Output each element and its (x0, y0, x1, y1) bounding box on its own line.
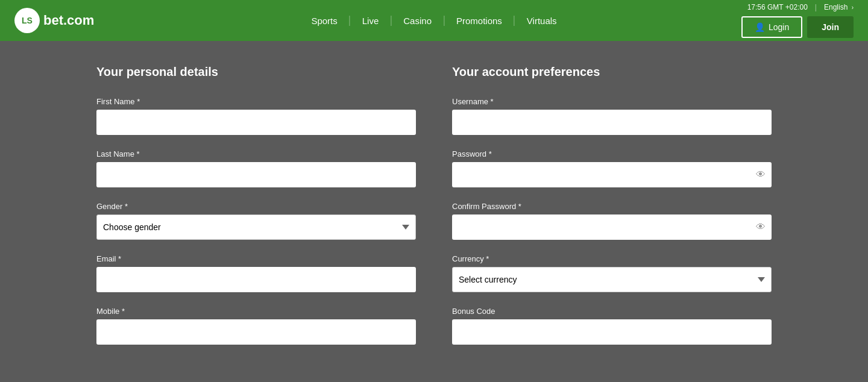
main-content: Your personal details First Name * Last … (0, 41, 868, 382)
password-visibility-icon[interactable]: 👁 (756, 169, 766, 180)
username-input[interactable] (452, 110, 772, 135)
bonus-code-group: Bonus Code (452, 307, 772, 345)
header: LS bet.com Sports Live Casino Promotions… (0, 0, 868, 41)
mobile-input[interactable] (96, 319, 416, 345)
logo-icon: LS (14, 8, 40, 33)
auth-buttons: 👤 Login Join (741, 16, 854, 38)
top-bar-info: 17:56 GMT +02:00 | English › (747, 3, 854, 11)
confirm-password-input[interactable] (452, 214, 772, 240)
password-group: Password * 👁 (452, 149, 772, 187)
mobile-label: Mobile * (96, 307, 416, 316)
main-nav: Sports Live Casino Promotions Virtuals (299, 16, 568, 26)
password-input[interactable] (452, 162, 772, 187)
password-label: Password * (452, 149, 772, 158)
nav-sports[interactable]: Sports (299, 16, 350, 26)
email-input[interactable] (96, 267, 416, 292)
gender-label: Gender * (96, 202, 416, 211)
first-name-label: First Name * (96, 97, 416, 106)
login-button[interactable]: 👤 Login (741, 16, 802, 38)
email-label: Email * (96, 254, 416, 263)
username-label: Username * (452, 97, 772, 106)
mobile-group: Mobile * (96, 307, 416, 345)
bonus-code-label: Bonus Code (452, 307, 772, 316)
email-group: Email * (96, 254, 416, 292)
personal-details-title: Your personal details (96, 65, 416, 79)
nav-casino[interactable]: Casino (391, 16, 444, 26)
join-button[interactable]: Join (807, 16, 854, 38)
logo[interactable]: LS bet.com (14, 8, 94, 33)
gender-select[interactable]: Choose gender Male Female (96, 214, 416, 240)
bonus-code-input[interactable] (452, 319, 772, 345)
account-preferences-title: Your account preferences (452, 65, 772, 79)
gender-group: Gender * Choose gender Male Female (96, 202, 416, 240)
logo-text: bet.com (43, 13, 94, 28)
language-selector[interactable]: English › (824, 3, 854, 11)
account-preferences-section: Your account preferences Username * Pass… (452, 65, 772, 359)
confirm-password-visibility-icon[interactable]: 👁 (756, 222, 766, 233)
confirm-password-group: Confirm Password * 👁 (452, 202, 772, 240)
nav-live[interactable]: Live (350, 16, 392, 26)
currency-select[interactable]: Select currency USD EUR GBP NGN (452, 267, 772, 292)
confirm-password-input-wrapper: 👁 (452, 214, 772, 240)
first-name-group: First Name * (96, 97, 416, 135)
last-name-input[interactable] (96, 162, 416, 187)
last-name-group: Last Name * (96, 149, 416, 187)
time-display: 17:56 GMT +02:00 (747, 3, 808, 11)
nav-promotions[interactable]: Promotions (444, 16, 515, 26)
currency-group: Currency * Select currency USD EUR GBP N… (452, 254, 772, 292)
currency-label: Currency * (452, 254, 772, 263)
person-icon: 👤 (755, 22, 765, 32)
nav-virtuals[interactable]: Virtuals (515, 16, 569, 26)
password-input-wrapper: 👁 (452, 162, 772, 187)
personal-details-section: Your personal details First Name * Last … (96, 65, 416, 359)
lang-chevron-icon: › (852, 4, 854, 11)
last-name-label: Last Name * (96, 149, 416, 158)
confirm-password-label: Confirm Password * (452, 202, 772, 211)
username-group: Username * (452, 97, 772, 135)
first-name-input[interactable] (96, 110, 416, 135)
